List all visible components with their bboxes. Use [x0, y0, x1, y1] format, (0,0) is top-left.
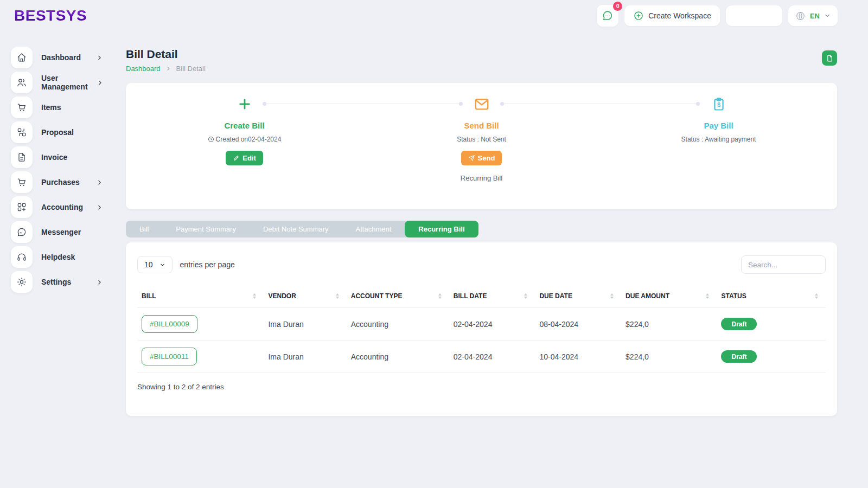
step-send-bill: Send Bill Status : Not Sent Send Recurri…	[363, 96, 600, 182]
clock-icon	[208, 136, 214, 143]
main-content: Bill Detail Dashboard Bill Detail	[126, 31, 868, 416]
sidebar: Dashboard User Management Items	[0, 31, 126, 416]
tab-recurring-bill[interactable]: Recurring Bill	[405, 221, 478, 237]
sort-icon[interactable]	[253, 293, 259, 299]
breadcrumb: Dashboard Bill Detail	[126, 65, 206, 73]
sidebar-item-proposal[interactable]: Proposal	[11, 121, 103, 143]
sidebar-item-dashboard[interactable]: Dashboard	[11, 47, 103, 68]
chat-icon	[11, 221, 33, 243]
bill-id-link[interactable]: #BILL00011	[142, 348, 197, 365]
send-button-label: Send	[478, 154, 495, 162]
sidebar-item-items[interactable]: Items	[11, 97, 103, 118]
language-selector[interactable]: EN	[788, 5, 838, 26]
chevron-right-icon	[96, 279, 103, 286]
sidebar-item-user-management[interactable]: User Management	[11, 72, 103, 93]
step-connector	[264, 104, 462, 104]
col-header-vendor: VENDOR	[264, 287, 346, 308]
chevron-right-icon	[96, 179, 103, 186]
top-bar: BESTSYS 0 Create Workspace	[0, 0, 868, 31]
chevron-right-icon	[97, 79, 104, 86]
profile-pill[interactable]	[726, 5, 782, 26]
gear-icon	[11, 271, 33, 293]
page-title: Bill Detail	[126, 48, 206, 61]
recurring-bill-note: Recurring Bill	[363, 174, 600, 182]
table-summary: Showing 1 to 2 of 2 entries	[137, 373, 826, 416]
file-icon	[826, 54, 834, 62]
table-row: #BILL00011 Ima Duran Accounting 02-04-20…	[137, 341, 826, 373]
sort-icon[interactable]	[336, 293, 342, 299]
cart-icon	[11, 97, 33, 118]
sidebar-item-label: Purchases	[41, 178, 80, 187]
status-badge: Draft	[721, 350, 757, 363]
sidebar-item-invoice[interactable]: Invoice	[11, 146, 103, 168]
breadcrumb-separator-icon	[165, 66, 171, 72]
page-size-value: 10	[144, 260, 153, 269]
vendor-cell: Ima Duran	[264, 341, 346, 373]
paper-plane-icon	[468, 155, 475, 162]
breadcrumb-dashboard-link[interactable]: Dashboard	[126, 65, 161, 73]
create-workspace-label: Create Workspace	[648, 11, 711, 20]
col-header-bill-date: BILL DATE	[449, 287, 535, 308]
sidebar-item-label: Messenger	[41, 228, 81, 236]
chevron-right-icon	[96, 54, 103, 61]
home-icon	[11, 47, 33, 68]
tab-attachment[interactable]: Attachment	[342, 221, 405, 237]
sidebar-item-label: Invoice	[41, 153, 67, 162]
chevron-right-icon	[96, 204, 103, 211]
send-bill-button[interactable]: Send	[461, 151, 502, 165]
vendor-cell: Ima Duran	[264, 308, 346, 341]
chat-bubble-icon	[602, 10, 614, 22]
pencil-icon	[233, 155, 240, 162]
sort-icon[interactable]	[815, 293, 821, 299]
account-type-cell: Accounting	[347, 308, 449, 341]
search-input[interactable]	[741, 255, 826, 274]
duplicate-bill-button[interactable]	[822, 50, 837, 66]
tab-debit-note-summary[interactable]: Debit Note Summary	[250, 221, 342, 237]
sort-icon[interactable]	[438, 293, 445, 299]
step-title: Create Bill	[126, 121, 363, 130]
sidebar-item-settings[interactable]: Settings	[11, 271, 103, 293]
sidebar-item-messenger[interactable]: Messenger	[11, 221, 103, 243]
sidebar-item-accounting[interactable]: Accounting	[11, 196, 103, 218]
due-amount-cell: $224,0	[621, 341, 717, 373]
detail-tabs: Bill Payment Summary Debit Note Summary …	[126, 221, 478, 237]
page-size-select[interactable]: 10	[137, 256, 173, 273]
sort-icon[interactable]	[524, 293, 531, 299]
page-header: Bill Detail Dashboard Bill Detail	[126, 48, 837, 73]
col-header-due-amount: DUE AMOUNT	[621, 287, 717, 308]
headset-icon	[11, 246, 33, 268]
tab-bill[interactable]: Bill	[126, 221, 162, 237]
step-title: Send Bill	[363, 121, 600, 130]
messages-button[interactable]: 0	[597, 5, 618, 27]
due-date-cell: 10-04-2024	[535, 341, 621, 373]
step-pay-bill: $ Pay Bill Status : Awaiting payment	[600, 96, 837, 182]
document-icon	[11, 146, 33, 168]
sort-icon[interactable]	[706, 293, 712, 299]
table-header-row: BILL VENDOR ACCOUNT TYPE BILL DATE DUE D…	[137, 287, 826, 308]
breadcrumb-current: Bill Detail	[176, 65, 206, 73]
sidebar-item-purchases[interactable]: Purchases	[11, 171, 103, 193]
globe-icon	[795, 11, 806, 21]
recurring-bills-table: BILL VENDOR ACCOUNT TYPE BILL DATE DUE D…	[137, 287, 826, 373]
sidebar-item-label: Settings	[41, 278, 71, 286]
col-header-bill: BILL	[137, 287, 264, 308]
page-size-label: entries per page	[180, 260, 235, 269]
bill-date-cell: 02-04-2024	[449, 341, 535, 373]
step-status-text: Created on02-04-2024	[216, 136, 282, 143]
tab-payment-summary[interactable]: Payment Summary	[162, 221, 250, 237]
edit-bill-button[interactable]: Edit	[226, 151, 263, 165]
bill-id-link[interactable]: #BILL00009	[142, 315, 197, 333]
sort-icon[interactable]	[610, 293, 617, 299]
table-row: #BILL00009 Ima Duran Accounting 02-04-20…	[137, 308, 826, 341]
messages-count-badge: 0	[613, 2, 622, 11]
bill-workflow-card: Create Bill Created on02-04-2024 Edit	[126, 83, 837, 209]
sidebar-item-helpdesk[interactable]: Helpdesk	[11, 246, 103, 268]
col-header-status: STATUS	[717, 287, 826, 308]
clipboard-dollar-icon: $	[600, 96, 837, 112]
step-status: Status : Awaiting payment	[600, 136, 837, 143]
sidebar-item-label: Proposal	[41, 128, 74, 137]
create-workspace-button[interactable]: Create Workspace	[624, 5, 720, 26]
language-code: EN	[810, 12, 820, 20]
step-status: Status : Not Sent	[363, 136, 600, 143]
cart-icon	[11, 171, 33, 193]
